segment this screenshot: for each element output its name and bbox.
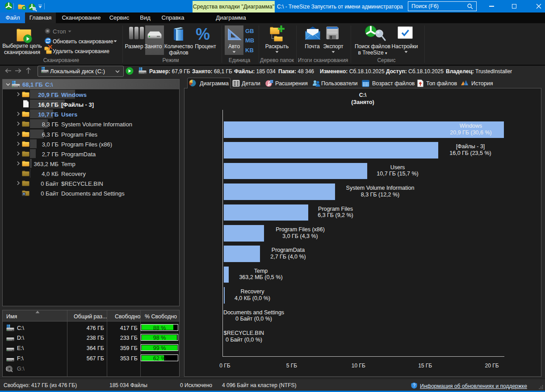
svg-text:?: ? <box>413 383 415 388</box>
